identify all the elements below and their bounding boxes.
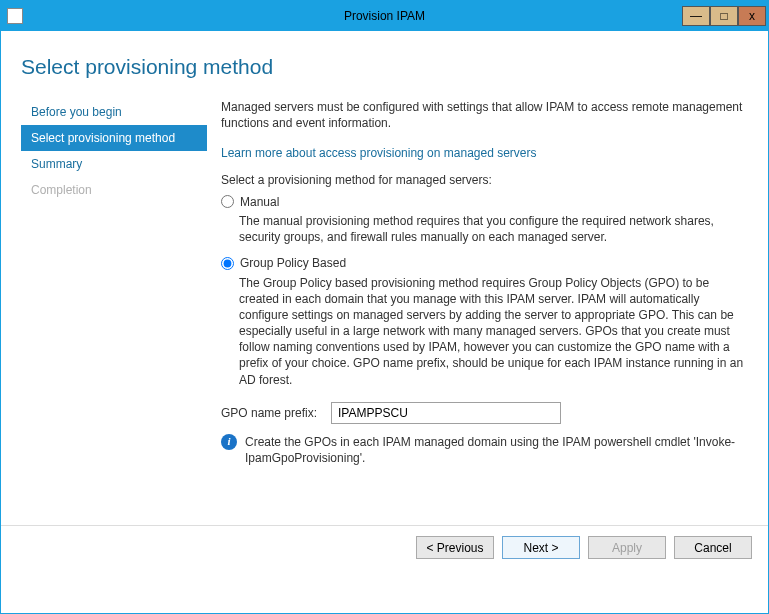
manual-radio[interactable] bbox=[221, 195, 234, 208]
content-area: Select provisioning method Before you be… bbox=[1, 31, 768, 569]
wizard-footer: < Previous Next > Apply Cancel bbox=[1, 525, 768, 569]
gpo-radio[interactable] bbox=[221, 257, 234, 270]
info-text: Create the GPOs in each IPAM managed dom… bbox=[245, 434, 748, 466]
cancel-button[interactable]: Cancel bbox=[674, 536, 752, 559]
minimize-button[interactable]: — bbox=[682, 6, 710, 26]
gpo-prefix-row: GPO name prefix: bbox=[221, 402, 748, 424]
gpo-prefix-label: GPO name prefix: bbox=[221, 405, 331, 421]
info-row: i Create the GPOs in each IPAM managed d… bbox=[221, 434, 748, 466]
intro-text: Managed servers must be configured with … bbox=[221, 99, 748, 131]
nav-select-provisioning-method[interactable]: Select provisioning method bbox=[21, 125, 207, 151]
nav-summary[interactable]: Summary bbox=[21, 151, 207, 177]
nav-before-you-begin[interactable]: Before you begin bbox=[21, 99, 207, 125]
maximize-button[interactable]: □ bbox=[710, 6, 738, 26]
manual-label[interactable]: Manual bbox=[240, 194, 279, 210]
wizard-nav: Before you begin Select provisioning met… bbox=[21, 99, 207, 466]
apply-button: Apply bbox=[588, 536, 666, 559]
gpo-option-row: Group Policy Based bbox=[221, 255, 748, 271]
select-prompt: Select a provisioning method for managed… bbox=[221, 172, 748, 188]
app-icon bbox=[7, 8, 23, 24]
titlebar: Provision IPAM — □ x bbox=[1, 1, 768, 31]
page-heading: Select provisioning method bbox=[21, 55, 748, 79]
learn-more-link[interactable]: Learn more about access provisioning on … bbox=[221, 145, 537, 161]
previous-button[interactable]: < Previous bbox=[416, 536, 494, 559]
window-title: Provision IPAM bbox=[1, 9, 768, 23]
manual-option-row: Manual bbox=[221, 194, 748, 210]
nav-completion: Completion bbox=[21, 177, 207, 203]
gpo-description: The Group Policy based provisioning meth… bbox=[239, 275, 748, 388]
gpo-prefix-input[interactable] bbox=[331, 402, 561, 424]
window-controls: — □ x bbox=[682, 6, 766, 26]
manual-description: The manual provisioning method requires … bbox=[239, 213, 748, 245]
next-button[interactable]: Next > bbox=[502, 536, 580, 559]
close-button[interactable]: x bbox=[738, 6, 766, 26]
gpo-label[interactable]: Group Policy Based bbox=[240, 255, 346, 271]
main-panel: Managed servers must be configured with … bbox=[207, 99, 748, 466]
info-icon: i bbox=[221, 434, 237, 450]
